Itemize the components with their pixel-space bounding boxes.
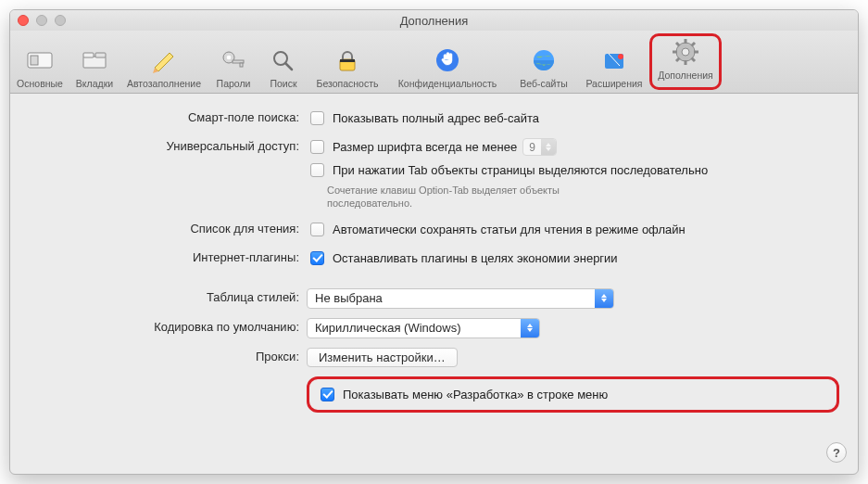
- preferences-toolbar: Основные Вкладки Автозаполнение Пароли: [10, 31, 858, 94]
- tab-highlight-checkbox[interactable]: [310, 163, 324, 177]
- stylesheet-select[interactable]: Не выбрана: [307, 288, 614, 309]
- full-url-checkbox-label: Показывать полный адрес веб-сайта: [333, 111, 539, 125]
- svg-point-16: [618, 54, 623, 59]
- search-icon: [267, 45, 300, 76]
- svg-line-24: [692, 58, 696, 62]
- smart-search-label: Смарт-поле поиска:: [10, 108, 307, 124]
- close-icon[interactable]: [18, 15, 29, 26]
- tab-advanced-highlight: Дополнения: [649, 33, 722, 90]
- svg-point-6: [227, 56, 232, 60]
- svg-rect-4: [95, 53, 106, 57]
- reading-offline-checkbox[interactable]: [310, 223, 324, 236]
- proxy-label: Прокси:: [10, 348, 307, 363]
- svg-point-18: [682, 48, 689, 56]
- min-font-select[interactable]: 9: [522, 138, 557, 156]
- svg-rect-3: [83, 53, 94, 57]
- help-button[interactable]: ?: [826, 442, 847, 463]
- hand-icon: [431, 45, 464, 76]
- svg-line-25: [692, 43, 696, 46]
- pencil-icon: [147, 45, 181, 76]
- tab-general[interactable]: Основные: [10, 31, 69, 93]
- tab-tabs[interactable]: Вкладки: [69, 31, 120, 93]
- stop-plugins-checkbox[interactable]: [310, 251, 324, 265]
- encoding-label: Кодировка по умолчанию:: [10, 318, 307, 334]
- reading-list-label: Список для чтения:: [10, 220, 307, 236]
- svg-rect-1: [31, 56, 38, 65]
- min-font-checkbox[interactable]: [310, 140, 324, 154]
- tab-highlight-checkbox-label: При нажатии Tab объекты страницы выделяю…: [333, 163, 708, 177]
- svg-rect-8: [240, 63, 243, 67]
- content-area: Смарт-поле поиска: Показывать полный адр…: [10, 94, 858, 437]
- tab-extensions[interactable]: Расширения: [579, 31, 649, 93]
- tab-hint: Сочетание клавиш Option-Tab выделяет объ…: [307, 184, 603, 210]
- switch-icon: [23, 45, 57, 76]
- encoding-select[interactable]: Кириллическая (Windows): [307, 318, 540, 338]
- plugins-label: Интернет-плагины:: [10, 248, 307, 264]
- tab-websites[interactable]: Веб-сайты: [509, 31, 579, 93]
- window-title: Дополнения: [18, 14, 850, 28]
- tabs-icon: [78, 45, 111, 76]
- chevron-updown-icon: [521, 319, 539, 338]
- svg-line-23: [676, 43, 680, 46]
- tab-autofill[interactable]: Автозаполнение: [120, 31, 208, 93]
- develop-menu-highlight: Показывать меню «Разработка» в строке ме…: [307, 376, 839, 413]
- reading-offline-checkbox-label: Автоматически сохранять статьи для чтени…: [333, 223, 686, 236]
- gear-icon: [669, 36, 702, 68]
- full-url-checkbox[interactable]: [310, 111, 324, 125]
- svg-line-10: [285, 63, 292, 70]
- svg-rect-2: [83, 57, 106, 68]
- minimize-icon[interactable]: [36, 15, 47, 26]
- stop-plugins-checkbox-label: Останавливать плагины в целях экономии э…: [333, 251, 618, 265]
- chevron-updown-icon: [595, 289, 613, 308]
- tab-passwords[interactable]: Пароли: [208, 31, 258, 93]
- globe-icon: [527, 45, 560, 76]
- key-icon: [217, 45, 250, 76]
- min-font-checkbox-label: Размер шрифта всегда не менее: [333, 140, 517, 154]
- chevron-updown-icon: [541, 139, 556, 155]
- svg-rect-12: [340, 59, 355, 62]
- window-controls: [18, 15, 66, 26]
- develop-menu-checkbox-label: Показывать меню «Разработка» в строке ме…: [343, 388, 608, 401]
- develop-menu-checkbox[interactable]: [321, 388, 334, 401]
- preferences-window: Дополнения Основные Вкладки Автозаполне: [9, 9, 859, 475]
- tab-search[interactable]: Поиск: [258, 31, 308, 93]
- proxy-settings-button[interactable]: Изменить настройки…: [307, 348, 458, 367]
- zoom-icon[interactable]: [55, 15, 66, 26]
- lock-icon: [331, 45, 364, 76]
- stylesheet-label: Таблица стилей:: [10, 288, 307, 304]
- tab-privacy[interactable]: Конфиденциальность: [386, 31, 509, 93]
- accessibility-label: Универсальный доступ:: [10, 137, 307, 153]
- svg-line-26: [676, 58, 680, 62]
- tab-advanced[interactable]: Дополнения: [652, 36, 719, 84]
- puzzle-icon: [598, 45, 631, 76]
- tab-security[interactable]: Безопасность: [308, 31, 386, 93]
- titlebar: Дополнения: [10, 10, 858, 31]
